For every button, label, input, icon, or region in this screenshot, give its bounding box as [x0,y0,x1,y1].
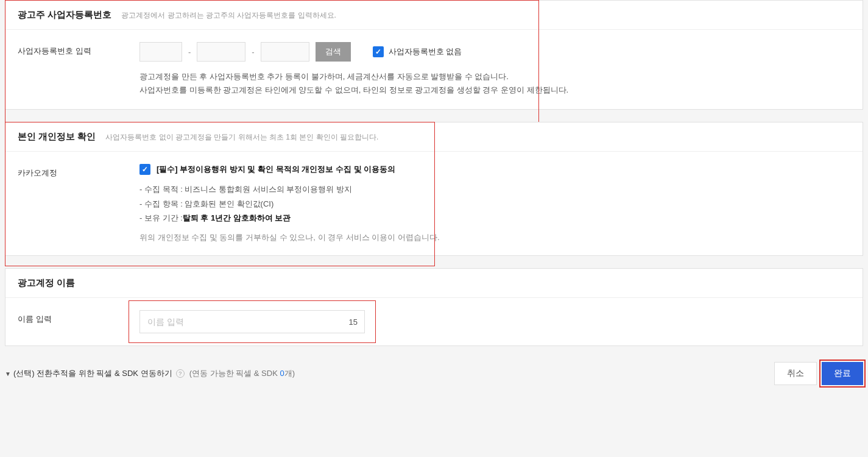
helper-text-line: 광고계정을 만든 후 사업자등록번호 추가 등록이 불가하며, 세금계산서를 자… [139,70,850,83]
consent-item: - 보유 기간 :탈퇴 후 1년간 암호화하여 보관 [139,211,850,225]
identity-verify-card: 본인 개인정보 확인 사업자등록번호 없이 광고계정을 만들기 위해서는 최초 … [5,122,863,256]
dash-separator: - [252,48,254,57]
char-counter: 15 [349,317,358,327]
card-header: 광고주 사업자등록번호 광고계정에서 광고하려는 광고주의 사업자등록번호를 입… [5,1,863,30]
consent-details: - 수집 목적 : 비즈니스 통합회원 서비스의 부정이용행위 방지 - 수집 … [139,182,850,225]
helper-text-line: 사업자번호를 미등록한 광고계정은 타인에게 양도할 수 없으며, 타인의 정보… [139,83,850,97]
biz-number-input-1[interactable] [139,42,182,62]
section-subtitle: 광고계정에서 광고하려는 광고주의 사업자등록번호를 입력하세요. [121,10,336,21]
consent-item: - 수집 목적 : 비즈니스 통합회원 서비스의 부정이용행위 방지 [139,182,850,196]
pixel-sdk-expand[interactable]: ▼ (선택) 전환추적을 위한 픽셀 & SDK 연동하기 ? (연동 가능한 … [5,368,295,379]
consent-title: [필수] 부정이용행위 방지 및 확인 목적의 개인정보 수집 및 이용동의 [157,164,395,175]
dash-separator: - [188,48,191,57]
section-subtitle: 사업자등록번호 없이 광고계정을 만들기 위해서는 최초 1회 본인 확인이 필… [105,132,378,143]
bottom-bar: ▼ (선택) 전환추적을 위한 픽셀 & SDK 연동하기 ? (연동 가능한 … [5,358,863,394]
submit-button[interactable]: 완료 [822,362,863,385]
consent-checkbox[interactable]: ✓ [필수] 부정이용행위 방지 및 확인 목적의 개인정보 수집 및 이용동의 [139,164,850,175]
no-biz-number-label: 사업자등록번호 없음 [389,46,462,57]
consent-item: - 수집 항목 : 암호화된 본인 확인값(CI) [139,197,850,211]
advertiser-biz-number-card: 광고주 사업자등록번호 광고계정에서 광고하려는 광고주의 사업자등록번호를 입… [5,0,863,110]
search-button[interactable]: 검색 [316,42,351,62]
biz-number-label: 사업자등록번호 입력 [18,42,139,57]
triangle-down-icon: ▼ [5,370,11,377]
checkmark-icon: ✓ [139,164,150,175]
kakao-account-label: 카카오계정 [18,164,139,179]
checkmark-icon: ✓ [373,46,384,57]
section-title: 본인 개인정보 확인 [18,131,96,143]
pixel-count-text: (연동 가능한 픽셀 & SDK 0개) [189,368,295,379]
help-icon[interactable]: ? [176,369,185,378]
no-biz-number-checkbox[interactable]: ✓ 사업자등록번호 없음 [373,46,462,57]
consent-footer: 위의 개인정보 수집 및 동의를 거부하실 수 있으나, 이 경우 서비스 이용… [139,232,850,243]
card-header: 광고계정 이름 [5,269,863,298]
ad-account-name-card: 광고계정 이름 이름 입력 15 [5,268,863,346]
account-name-input[interactable] [139,310,365,333]
expand-label: (선택) 전환추적을 위한 픽셀 & SDK 연동하기 [13,368,172,379]
cancel-button[interactable]: 취소 [774,362,817,385]
section-title: 광고주 사업자등록번호 [18,9,111,21]
biz-number-input-2[interactable] [197,42,245,62]
section-title: 광고계정 이름 [18,277,75,289]
name-input-label: 이름 입력 [18,310,139,325]
biz-number-input-3[interactable] [261,42,309,62]
card-header: 본인 개인정보 확인 사업자등록번호 없이 광고계정을 만들기 위해서는 최초 … [5,122,863,152]
